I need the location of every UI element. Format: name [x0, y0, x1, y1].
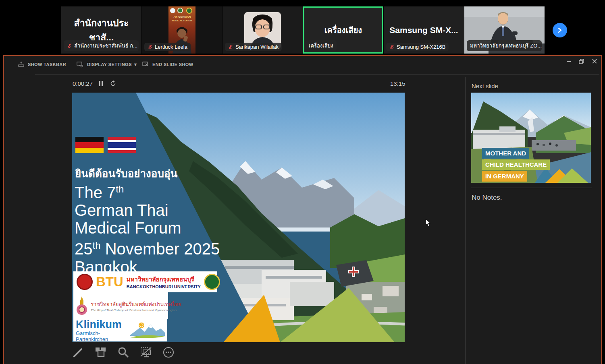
slide-timer: 0:00:27 [73, 80, 93, 87]
participant-tile[interactable]: มหาวิทยาลัยกรุงเทพธนบุรี ZO... [464, 6, 545, 54]
poster-logo-icon [186, 8, 192, 14]
more-options-button[interactable] [162, 346, 175, 358]
timer-row: 0:00:27 13:15 [4, 80, 601, 91]
toolbar-separator [35, 74, 599, 74]
taskbar-icon [18, 61, 25, 67]
minimize-button[interactable] [565, 58, 573, 64]
participant-tile[interactable]: 7th GERMAN MEDICAL FORUM Lertluck Leela [142, 6, 222, 54]
rtcog-logo-row: ราชวิทยาลัยสูตินรีแพทย์แห่งประเทศไทย The… [73, 292, 168, 319]
rtcog-thai-name: ราชวิทยาลัยสูตินรีแพทย์แห่งประเทศไทย [91, 300, 181, 308]
participant-filmstrip: สำนักงานประชาสั... สำนักงานประชาสัมพันธ์… [0, 0, 605, 55]
close-button[interactable] [590, 58, 599, 64]
btu-thai-name: มหาวิทยาลัยกรุงเทพธนบุรี [127, 275, 201, 284]
muted-mic-icon [228, 44, 233, 50]
participant-name-label: สำนักงานประชาสัมพันธ์ ก... [64, 40, 139, 51]
participant-tile[interactable]: สำนักงานประชาสั... สำนักงานประชาสัมพันธ์… [61, 6, 141, 54]
participant-name-text: Lertluck Leela [155, 44, 187, 50]
display-settings-icon [77, 61, 84, 68]
muted-mic-icon [389, 44, 395, 50]
pen-tool-button[interactable] [72, 346, 84, 358]
chevron-right-icon [557, 27, 563, 33]
poster-logo-icon [177, 8, 183, 13]
notes-text: No Notes. [472, 194, 502, 202]
poster-text: MEDICAL FORUM [168, 19, 195, 22]
btu-en-name: BANGKOKTHONBURI UNIVERSITY [127, 284, 201, 289]
end-slide-show-icon [142, 61, 149, 68]
next-slide-label-2: CHILD HEALTHCARE [482, 159, 550, 170]
hospital-emblem-icon [204, 274, 220, 290]
poster-text: 7th GERMAN [168, 15, 195, 18]
clock: 13:15 [390, 80, 405, 87]
next-participants-button[interactable] [553, 23, 567, 37]
next-slide-header: Next slide [472, 83, 498, 89]
klinikum-name: Klinikum [76, 319, 127, 330]
participant-name-label: Samsung SM-X216B [386, 43, 449, 51]
display-settings-label: DISPLAY SETTINGS ▼ [87, 62, 138, 67]
participant-name-label: Lertluck Leela [144, 43, 191, 51]
participant-name-text: Sarikapan Wilailak [235, 44, 279, 50]
participant-name-text: เครื่องเสียง [309, 41, 333, 50]
rtcog-crest-icon [76, 296, 88, 316]
panel-divider [465, 77, 466, 364]
btu-logo-row: BTU มหาวิทยาลัยกรุงเทพธนบุรี BANGKOKTHON… [73, 271, 217, 292]
participant-name-text: สำนักงานประชาสัมพันธ์ ก... [74, 41, 137, 50]
show-taskbar-label: SHOW TASKBAR [28, 62, 66, 67]
klinikum-mountains-icon [129, 321, 165, 340]
slide-title: The 7th German Thai Medical Forum 25th N… [75, 180, 220, 276]
participant-tile[interactable]: Samsung SM-X... Samsung SM-X216B [384, 6, 464, 54]
participant-name-label: มหาวิทยาลัยกรุงเทพธนบุรี ZO... [467, 40, 542, 51]
end-slide-show-button[interactable]: END SLIDE SHOW [142, 61, 193, 68]
show-taskbar-button[interactable]: SHOW TASKBAR [18, 61, 66, 67]
participant-name-text: มหาวิทยาลัยกรุงเทพธนบุรี ZO... [470, 41, 542, 50]
end-slide-show-label: END SLIDE SHOW [152, 62, 193, 67]
participant-name-label: Sarikapan Wilailak [225, 43, 282, 51]
screen: สำนักงานประชาสั... สำนักงานประชาสัมพันธ์… [0, 0, 605, 364]
participant-tile-active-speaker[interactable]: เครื่องเสียง เครื่องเสียง [303, 6, 383, 54]
btu-abbr: BTU [96, 274, 123, 290]
slideshow-toolbar [72, 343, 175, 362]
next-slide-label-3: IN GERMANY [482, 171, 527, 182]
participant-name-text: Samsung SM-X216B [397, 44, 445, 50]
display-settings-button[interactable]: DISPLAY SETTINGS ▼ [77, 61, 138, 68]
black-screen-button[interactable] [140, 346, 152, 358]
german-flag [75, 137, 104, 153]
next-slide-label-1: MOTHER AND [482, 148, 529, 159]
participant-tile[interactable]: Sarikapan Wilailak [222, 6, 303, 54]
restore-button[interactable] [578, 58, 586, 64]
slide-welcome-text: ยินดีต้อนรับอย่างอบอุ่น [75, 165, 177, 182]
participant-name-label: เครื่องเสียง [306, 40, 337, 51]
zoom-slide-button[interactable] [117, 346, 129, 358]
mouse-cursor [425, 219, 431, 227]
presenter-view-window: SHOW TASKBAR DISPLAY SETTINGS ▼ END SLID… [3, 55, 602, 364]
next-slide-thumbnail[interactable]: MOTHER AND CHILD HEALTHCARE IN GERMANY [471, 93, 591, 183]
muted-mic-icon [148, 44, 153, 50]
restart-timer-button[interactable] [110, 80, 116, 88]
see-all-slides-button[interactable] [95, 346, 107, 358]
klinikum-logo-row: Klinikum Garmisch-Partenkirchen [73, 319, 167, 341]
rtcog-en-name: The Royal Thai College of Obstetricians … [91, 308, 181, 312]
btu-emblem-icon [77, 274, 93, 290]
notes-divider [471, 188, 592, 188]
poster-logo-icon [170, 8, 175, 13]
current-slide[interactable]: ยินดีต้อนรับอย่างอบอุ่น The 7th German T… [72, 93, 405, 342]
pause-timer-button[interactable] [99, 81, 103, 86]
klinikum-subname: Garmisch-Partenkirchen [76, 330, 127, 342]
muted-mic-icon [67, 43, 72, 49]
thai-flag [108, 137, 136, 153]
